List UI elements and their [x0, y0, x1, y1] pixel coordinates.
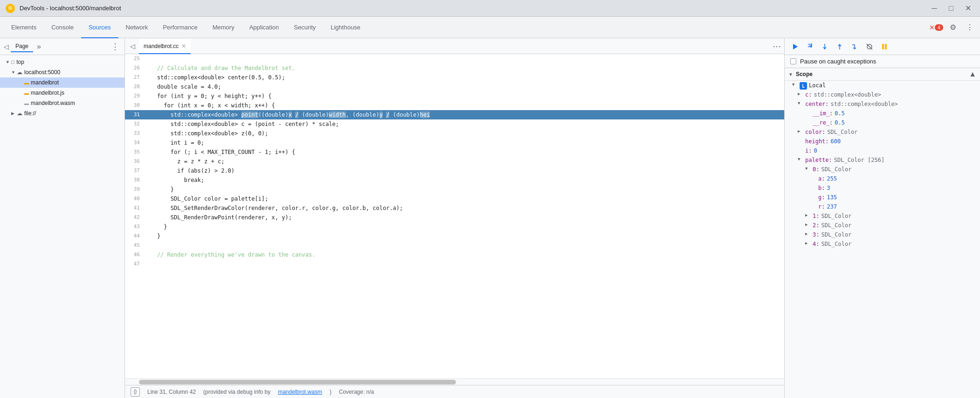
scope-palette4-value: SDL_Color — [821, 241, 851, 247]
scope-palette0-value: SDL_Color — [821, 166, 851, 173]
resume-button[interactable] — [788, 40, 801, 53]
tab-sources[interactable]: Sources — [81, 17, 118, 38]
code-line-25: 25 — [125, 54, 784, 63]
tab-performance[interactable]: Performance — [155, 17, 205, 38]
scope-item-palette-1[interactable]: ▶ 1: SDL_Color — [785, 212, 980, 222]
step-over-button[interactable] — [803, 40, 816, 53]
scope-item-palette-0-a[interactable]: a: 255 — [785, 175, 980, 184]
format-button[interactable]: {} — [131, 387, 140, 397]
close-button[interactable]: ✕ — [961, 4, 974, 13]
scope-item-height[interactable]: height: 600 — [785, 138, 980, 147]
scope-item-center-im[interactable]: __im_: 0.5 — [785, 110, 980, 119]
code-line-39: 39 } — [125, 185, 784, 194]
line-num-41: 41 — [125, 203, 144, 213]
scope-item-palette[interactable]: ▼ palette: SDL_Color [256] — [785, 156, 980, 166]
scope-item-palette-2[interactable]: ▶ 2: SDL_Color — [785, 222, 980, 231]
scope-item-center-re[interactable]: __re_: 0.5 — [785, 119, 980, 128]
scope-collapse-button[interactable]: ▲ — [969, 70, 976, 78]
tree-item-mandelbrot[interactable]: ▬ mandelbrot — [0, 77, 124, 88]
sidebar-tab-more[interactable]: » — [37, 42, 41, 51]
scope-item-color[interactable]: ▶ color: SDL_Color — [785, 128, 980, 138]
line-num-42: 42 — [125, 213, 144, 222]
step-button[interactable] — [848, 40, 861, 53]
pause-button[interactable] — [878, 40, 891, 53]
tab-application[interactable]: Application — [242, 17, 287, 38]
line-num-43: 43 — [125, 222, 144, 231]
hscroll-thumb[interactable] — [139, 380, 456, 384]
step-out-button[interactable] — [833, 40, 846, 53]
code-text-39: } — [144, 185, 777, 194]
editor-tab-close[interactable]: ✕ — [181, 43, 186, 49]
tree-arrow-localhost: ▼ — [11, 70, 17, 75]
code-text-36: z = z * z + c; — [144, 157, 777, 166]
code-line-45: 45 — [125, 241, 784, 250]
code-line-32: 32 std::complex<double> c = (point - cen… — [125, 119, 784, 129]
tab-security[interactable]: Security — [286, 17, 323, 38]
titlebar: ⚙ DevTools - localhost:5000/mandelbrot ─… — [0, 0, 980, 17]
line-num-46: 46 — [125, 250, 144, 259]
error-badge-button[interactable]: ✕ 4 — [930, 21, 943, 34]
code-hscrollbar[interactable] — [125, 378, 784, 385]
code-line-42: 42 SDL_RenderDrawPoint(renderer, x, y); — [125, 213, 784, 222]
pause-exceptions-checkbox[interactable] — [790, 58, 796, 64]
scope-palette4-key: 4: — [813, 241, 819, 247]
titlebar-controls: ─ □ ✕ — [928, 4, 974, 13]
code-line-28: 28 double scale = 4.0; — [125, 82, 784, 91]
scope-r-key: r: — [818, 203, 825, 210]
code-text-34: int i = 0; — [144, 138, 777, 147]
tree-item-mandelbrot-wasm[interactable]: ▬ mandelbrot.wasm — [0, 98, 124, 108]
scope-color-arrow: ▶ — [798, 129, 803, 133]
scope-item-c[interactable]: ▶ c: std::complex<double> — [785, 91, 980, 100]
sidebar-tab-page[interactable]: Page — [11, 41, 33, 52]
scope-item-i[interactable]: i: 0 — [785, 147, 980, 156]
step-into-button[interactable] — [818, 40, 831, 53]
tree-item-localhost[interactable]: ▼ ☁ localhost:5000 — [0, 67, 124, 77]
tab-console[interactable]: Console — [44, 17, 81, 38]
editor-tab-nav-back[interactable]: ◁ — [127, 38, 138, 54]
tree-item-top[interactable]: ▼ □ top — [0, 57, 124, 67]
sidebar-nav-back[interactable]: ◁ — [4, 43, 9, 50]
svg-marker-0 — [793, 44, 798, 49]
maximize-button[interactable]: □ — [945, 4, 958, 13]
line-num-37: 37 — [125, 166, 144, 175]
cloud-icon-localhost: ☁ — [17, 69, 22, 76]
scope-item-palette-0-r[interactable]: r: 237 — [785, 203, 980, 212]
tab-network[interactable]: Network — [118, 17, 156, 38]
scope-header[interactable]: ▼ Scope ▲ — [785, 68, 980, 81]
source-file-link[interactable]: mandelbrot.wasm — [278, 389, 322, 395]
pause-exceptions-label: Pause on caught exceptions — [800, 58, 876, 65]
scope-item-palette-3[interactable]: ▶ 3: SDL_Color — [785, 231, 980, 240]
editor-format-button[interactable]: ⋯ — [771, 41, 782, 51]
scope-palette1-key: 1: — [813, 213, 819, 219]
editor-tab-mandelbrot-cc[interactable]: mandelbrot.cc ✕ — [139, 39, 191, 54]
tree-item-mandelbrot-js[interactable]: ▬ mandelbrot.js — [0, 88, 124, 98]
code-text-29: for (int y = 0; y < height; y++) { — [144, 91, 777, 101]
minimize-button[interactable]: ─ — [928, 4, 941, 13]
code-text-32: std::complex<double> c = (point - center… — [144, 119, 777, 129]
scope-palette-arrow: ▼ — [798, 157, 803, 161]
tree-item-file[interactable]: ▶ ☁ file:// — [0, 108, 124, 119]
scope-item-palette-4[interactable]: ▶ 4: SDL_Color — [785, 240, 980, 250]
more-menu-button[interactable]: ⋮ — [963, 21, 976, 34]
scope-local-header[interactable]: ▼ L Local — [785, 82, 980, 91]
scope-a-value: 255 — [827, 175, 837, 182]
settings-button[interactable]: ⚙ — [946, 21, 959, 34]
sidebar-menu-button[interactable]: ⋮ — [110, 42, 121, 52]
code-text-30: for (int x = 0; x < width; x++) { — [144, 101, 777, 110]
scope-item-palette-0-g[interactable]: g: 135 — [785, 194, 980, 203]
scope-item-palette-0[interactable]: ▼ 0: SDL_Color — [785, 166, 980, 175]
debug-panel: Pause on caught exceptions ▼ Scope ▲ ▼ L… — [784, 38, 980, 398]
code-line-31: 31 std::complex<double> point((double)x … — [125, 110, 784, 119]
scope-item-palette-0-b[interactable]: b: 3 — [785, 184, 980, 194]
tree-label-localhost: localhost:5000 — [24, 69, 60, 76]
code-editor[interactable]: 25 26 // Calculate and draw the Mandelbr… — [125, 54, 784, 378]
deactivate-button[interactable] — [863, 40, 876, 53]
code-text-26: // Calculate and draw the Mandelbrot set… — [144, 63, 777, 73]
tab-lighthouse[interactable]: Lighthouse — [323, 17, 368, 38]
tab-memory[interactable]: Memory — [205, 17, 242, 38]
editor-area: ◁ mandelbrot.cc ✕ ⋯ 25 26 // Calc — [125, 38, 784, 398]
scope-collapse-arrow: ▼ — [788, 72, 793, 77]
scope-b-value: 3 — [827, 185, 830, 191]
tab-elements[interactable]: Elements — [4, 17, 44, 38]
scope-item-center[interactable]: ▼ center: std::complex<double> — [785, 100, 980, 110]
